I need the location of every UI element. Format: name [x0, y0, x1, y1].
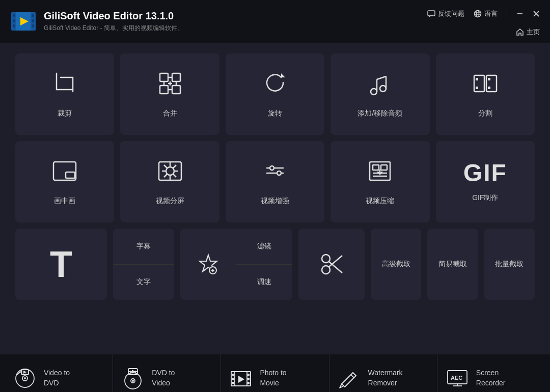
- svg-rect-3: [13, 14, 15, 17]
- filter-speed-card[interactable]: 滤镜 调速: [180, 229, 292, 300]
- minimize-button[interactable]: [516, 10, 524, 17]
- audio-label: 添加/移除音频: [358, 109, 402, 118]
- svg-rect-87: [248, 374, 250, 376]
- gif-icon: GIF: [463, 161, 507, 185]
- svg-rect-19: [172, 73, 180, 81]
- split-screen-label: 视频分屏: [156, 197, 184, 206]
- svg-line-51: [173, 174, 176, 177]
- pip-card[interactable]: 画中画: [15, 141, 114, 222]
- svg-line-48: [164, 165, 167, 168]
- video-to-dvd-icon: [13, 367, 37, 390]
- svg-point-43: [166, 167, 174, 175]
- split-icon: [472, 70, 499, 101]
- merge-icon: [157, 70, 183, 101]
- svg-rect-6: [32, 14, 34, 17]
- crop-card[interactable]: 裁剪: [15, 53, 114, 135]
- bottombar: Video toDVD DVD toVideo: [0, 354, 550, 392]
- svg-rect-58: [381, 165, 387, 170]
- dvd-to-video-label: DVD toVideo: [152, 368, 175, 388]
- svg-line-49: [173, 165, 176, 168]
- enhance-label: 视频增强: [261, 197, 289, 206]
- svg-point-70: [24, 377, 26, 379]
- audio-card[interactable]: 添加/移除音频: [331, 53, 429, 135]
- svg-rect-40: [53, 162, 76, 180]
- row2: 画中画 视频分屏: [15, 141, 535, 222]
- row1: 裁剪 合并: [15, 53, 535, 135]
- gif-card[interactable]: GIF GIF制作: [436, 141, 535, 222]
- row3: T 字幕 文字 滤镜 调速: [15, 229, 535, 300]
- audio-icon: [367, 70, 393, 101]
- svg-rect-84: [232, 374, 234, 376]
- titlebar: GiliSoft Video Editor 13.1.0 GiliSoft Vi…: [0, 0, 550, 43]
- svg-rect-57: [373, 165, 379, 170]
- svg-point-55: [277, 171, 281, 175]
- svg-rect-18: [160, 73, 168, 81]
- feedback-button[interactable]: 反馈问题: [427, 9, 464, 18]
- language-button[interactable]: 语言: [474, 9, 498, 18]
- svg-rect-4: [13, 19, 15, 22]
- photo-to-movie-item[interactable]: Photo toMovie: [221, 354, 329, 392]
- dvd-to-video-icon: [121, 367, 145, 390]
- svg-text:AEC: AEC: [451, 375, 462, 381]
- easy-cut-card[interactable]: 简易截取: [427, 229, 478, 300]
- filter-star-icon: [180, 229, 236, 300]
- svg-rect-7: [32, 19, 34, 22]
- text-t-icon: T: [50, 246, 72, 283]
- rotate-icon: [262, 70, 288, 101]
- screen-recorder-icon: AEC: [446, 367, 469, 390]
- split-card[interactable]: 分割: [436, 53, 535, 135]
- merge-card[interactable]: 合并: [120, 53, 219, 135]
- rotate-card[interactable]: 旋转: [226, 53, 324, 135]
- svg-line-50: [164, 174, 167, 177]
- svg-marker-28: [281, 73, 285, 77]
- svg-line-67: [329, 262, 342, 273]
- svg-rect-21: [172, 86, 180, 94]
- watermark-remover-item[interactable]: WatermarkRemover: [329, 354, 437, 392]
- compress-card[interactable]: 视频压缩: [331, 141, 429, 222]
- svg-rect-88: [248, 378, 250, 380]
- split-screen-card[interactable]: 视频分屏: [120, 141, 219, 222]
- crop-icon: [51, 70, 78, 101]
- svg-point-29: [380, 86, 386, 92]
- svg-rect-34: [474, 75, 484, 92]
- watermark-remover-icon: [338, 367, 361, 390]
- easy-cut-label: 简易截取: [438, 260, 467, 269]
- text-label: 文字: [113, 265, 174, 300]
- batch-cut-card[interactable]: 批量截取: [484, 229, 535, 300]
- svg-point-11: [475, 11, 481, 17]
- pip-label: 画中画: [54, 197, 75, 206]
- svg-marker-90: [238, 376, 244, 383]
- dvd-to-video-item[interactable]: DVD toVideo: [113, 354, 221, 392]
- subtitle-label: 字幕: [113, 229, 174, 265]
- app-logo: [10, 8, 37, 35]
- svg-rect-39: [488, 87, 490, 89]
- close-button[interactable]: [533, 10, 540, 17]
- text-type-card[interactable]: T: [15, 229, 107, 300]
- svg-line-91: [351, 375, 354, 378]
- svg-rect-37: [476, 87, 478, 89]
- home-button[interactable]: 主页: [516, 27, 540, 37]
- svg-rect-38: [488, 78, 490, 80]
- scissors-card[interactable]: [298, 229, 365, 300]
- svg-point-12: [477, 11, 479, 17]
- svg-rect-86: [232, 382, 234, 384]
- enhance-card[interactable]: 视频增强: [226, 141, 324, 222]
- photo-to-movie-label: Photo toMovie: [260, 368, 286, 388]
- gif-label: GIF制作: [472, 193, 498, 203]
- merge-label: 合并: [163, 109, 177, 118]
- video-to-dvd-item[interactable]: Video toDVD: [5, 354, 113, 392]
- svg-point-30: [371, 89, 377, 95]
- svg-rect-41: [66, 172, 75, 178]
- advanced-cut-label: 高级截取: [382, 260, 410, 269]
- svg-rect-8: [32, 24, 34, 27]
- screen-recorder-item[interactable]: AEC ScreenRecorder: [437, 354, 545, 392]
- advanced-cut-card[interactable]: 高级截取: [371, 229, 421, 300]
- pip-icon: [51, 158, 78, 188]
- filter-labels: 滤镜 调速: [236, 229, 292, 300]
- svg-rect-85: [232, 378, 234, 380]
- rotate-label: 旋转: [268, 109, 282, 118]
- subtitle-text-card[interactable]: 字幕 文字: [113, 229, 174, 300]
- filter-label: 滤镜: [236, 229, 292, 265]
- svg-rect-10: [428, 11, 435, 16]
- svg-point-65: [322, 255, 330, 263]
